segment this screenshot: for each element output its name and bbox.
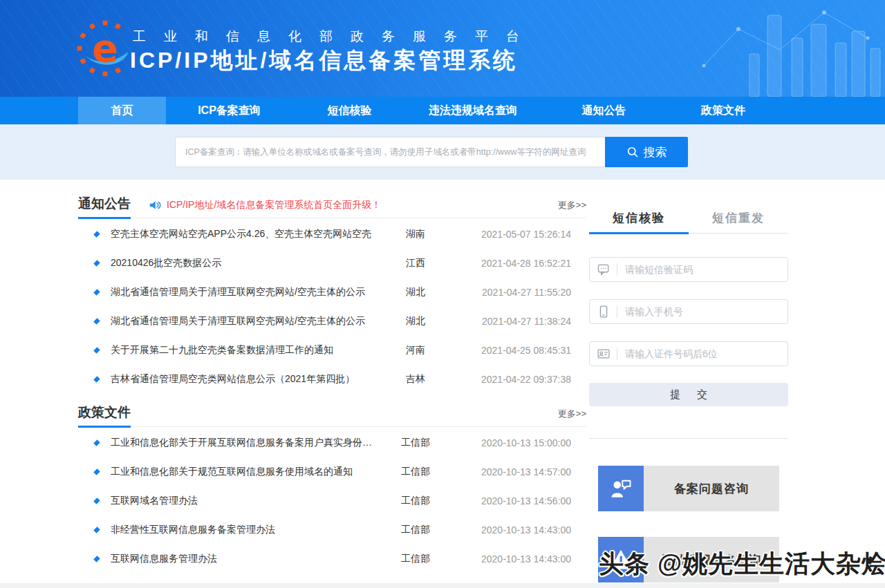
policy-source: 工信部 <box>384 553 447 565</box>
notices-more-link[interactable]: 更多>> <box>558 199 586 218</box>
field-separator <box>617 348 617 360</box>
policy-list-item[interactable]: 互联网信息服务管理办法 工信部 2020-10-13 14:43:00 <box>78 544 586 573</box>
page: e 工业和信息化部政务服务平台 ICP/IP地址/域名信息备案管理系统 首页 I… <box>0 0 885 588</box>
policy-list-item[interactable]: 非经营性互联网信息服务备案管理办法 工信部 2020-10-13 14:43:0… <box>78 515 586 544</box>
nav-item-home[interactable]: 首页 <box>78 97 166 124</box>
search-band: 搜索 <box>0 124 885 180</box>
right-column: 短信核验 短信重发 <box>589 195 788 582</box>
policy-list-item[interactable]: 工业和信息化部关于规范互联网信息服务使用域名的通知 工信部 2020-10-13… <box>78 457 586 486</box>
filing-consult-label[interactable]: 备案问题咨询 <box>644 466 779 511</box>
notice-list-item[interactable]: 20210426批空壳数据公示 江西 2021-04-28 16:52:21 <box>78 249 586 278</box>
notice-title[interactable]: 空壳主体空壳网站空壳APP公示4.26、空壳主体空壳网站空壳 <box>111 228 384 240</box>
notice-region: 湖北 <box>384 286 447 298</box>
policy-title[interactable]: 互联网域名管理办法 <box>111 495 384 507</box>
phone-icon <box>597 305 611 319</box>
sms-code-input[interactable] <box>625 264 781 275</box>
main-nav: 首页 ICP备案查询 短信核验 违法违规域名查询 通知公告 政策文件 <box>0 97 885 124</box>
notices-header: 通知公告 ICP/IP地址/域名信息备案管理系统首页全面升级！ 更多>> <box>78 195 586 218</box>
city-skyline-illustration <box>698 0 885 97</box>
nav-item-icp-query[interactable]: ICP备案查询 <box>166 97 292 124</box>
idcard-field[interactable] <box>589 341 788 366</box>
policy-list-item[interactable]: 互联网域名管理办法 工信部 2020-10-13 14:56:00 <box>78 486 586 515</box>
phone-input[interactable] <box>625 306 781 317</box>
phone-field[interactable] <box>589 299 788 324</box>
notice-list-item[interactable]: 湖北省通信管理局关于清理互联网空壳网站/空壳主体的公示 湖北 2021-04-2… <box>78 307 586 336</box>
notice-date: 2021-04-25 08:45:31 <box>467 345 571 356</box>
toutiao-watermark: 头条 @姚先生生活大杂烩 <box>599 547 885 581</box>
tab-sms-resend[interactable]: 短信重发 <box>689 210 788 233</box>
notices-title: 通知公告 <box>78 195 131 219</box>
announcement-text[interactable]: ICP/IP地址/域名信息备案管理系统首页全面升级！ <box>167 199 381 211</box>
tab-sms-verify[interactable]: 短信核验 <box>589 210 689 234</box>
idcard-input[interactable] <box>625 348 781 359</box>
policy-title[interactable]: 工业和信息化部关于规范互联网信息服务使用域名的通知 <box>111 466 384 478</box>
notices-section: 通知公告 ICP/IP地址/域名信息备案管理系统首页全面升级！ 更多>> <box>78 195 586 394</box>
site-header: e 工业和信息化部政务服务平台 ICP/IP地址/域名信息备案管理系统 <box>0 0 885 97</box>
policy-date: 2020-10-13 14:56:00 <box>467 495 571 506</box>
policy-title[interactable]: 互联网信息服务管理办法 <box>111 553 384 565</box>
filing-consult-banner[interactable]: 备案问题咨询 <box>598 466 779 511</box>
notice-date: 2021-04-22 09:37:38 <box>467 374 571 385</box>
nav-item-sms-verify[interactable]: 短信核验 <box>292 97 407 124</box>
miit-logo: e <box>76 19 134 77</box>
diamond-bullet-icon <box>93 439 100 446</box>
nav-item-policies[interactable]: 政策文件 <box>669 97 778 124</box>
main-content: 通知公告 ICP/IP地址/域名信息备案管理系统首页全面升级！ 更多>> <box>0 180 885 582</box>
diamond-bullet-icon <box>93 497 100 504</box>
notice-region: 江西 <box>384 257 447 269</box>
policy-title[interactable]: 工业和信息化部关于开展互联网信息服务备案用户真实身份信息电 <box>111 437 384 449</box>
policy-source: 工信部 <box>384 495 447 507</box>
platform-title: 工业和信息化部政务服务平台 <box>133 28 537 46</box>
divider <box>589 438 788 439</box>
notice-list-item[interactable]: 吉林省通信管理局空壳类网站信息公示（2021年第四批） 吉林 2021-04-2… <box>78 365 586 394</box>
diamond-bullet-icon <box>93 527 100 533</box>
policy-title[interactable]: 非经营性互联网信息服务备案管理办法 <box>111 524 384 536</box>
notice-title[interactable]: 关于开展第二十九批空壳类备案数据清理工作的通知 <box>111 344 384 357</box>
diamond-bullet-icon <box>93 468 100 475</box>
notice-title[interactable]: 湖北省通信管理局关于清理互联网空壳网站/空壳主体的公示 <box>111 286 384 298</box>
field-separator <box>617 263 617 276</box>
notice-list-item[interactable]: 关于开展第二十九批空壳类备案数据清理工作的通知 河南 2021-04-25 08… <box>78 336 586 365</box>
footer-strip <box>0 583 885 588</box>
sms-code-field[interactable] <box>589 257 788 282</box>
diamond-bullet-icon <box>93 318 100 325</box>
notice-date: 2021-05-07 15:26:14 <box>467 229 571 240</box>
sms-tabs: 短信核验 短信重发 <box>589 210 788 234</box>
notice-title[interactable]: 吉林省通信管理局空壳类网站信息公示（2021年第四批） <box>111 373 384 386</box>
sms-code-icon <box>597 263 611 276</box>
notice-date: 2021-04-27 11:38:24 <box>467 316 571 327</box>
system-title: ICP/IP地址/域名信息备案管理系统 <box>130 46 518 76</box>
diamond-bullet-icon <box>93 260 100 267</box>
idcard-icon <box>597 347 611 361</box>
consult-icon <box>598 466 644 511</box>
submit-button[interactable]: 提 交 <box>589 383 788 406</box>
policy-source: 工信部 <box>384 437 447 449</box>
nav-item-illegal-domain-query[interactable]: 违法违规域名查询 <box>407 97 539 124</box>
svg-text:e: e <box>92 26 118 70</box>
notice-title[interactable]: 湖北省通信管理局关于清理互联网空壳网站/空壳主体的公示 <box>111 315 384 328</box>
icp-search-input[interactable] <box>175 137 605 167</box>
policy-list-item[interactable]: 工业和信息化部关于开展互联网信息服务备案用户真实身份信息电 工信部 2020-1… <box>78 428 586 457</box>
announcement[interactable]: ICP/IP地址/域名信息备案管理系统首页全面升级！ <box>149 199 381 218</box>
field-separator <box>617 305 617 318</box>
notice-list: 空壳主体空壳网站空壳APP公示4.26、空壳主体空壳网站空壳 湖南 2021-0… <box>78 218 586 394</box>
policy-date: 2020-10-13 15:00:00 <box>467 437 571 448</box>
notice-title[interactable]: 20210426批空壳数据公示 <box>111 257 384 269</box>
policy-date: 2020-10-13 14:43:00 <box>467 553 571 565</box>
nav-item-notices[interactable]: 通知公告 <box>539 97 669 124</box>
diamond-bullet-icon <box>93 556 100 562</box>
policy-source: 工信部 <box>384 466 447 478</box>
policies-more-link[interactable]: 更多>> <box>558 408 586 426</box>
diamond-bullet-icon <box>93 289 100 296</box>
notice-date: 2021-04-28 16:52:21 <box>467 258 571 269</box>
policies-header: 政策文件 更多>> <box>78 404 586 427</box>
policy-list: 工业和信息化部关于开展互联网信息服务备案用户真实身份信息电 工信部 2020-1… <box>78 427 586 573</box>
left-column: 通知公告 ICP/IP地址/域名信息备案管理系统首页全面升级！ 更多>> <box>78 195 586 582</box>
policy-source: 工信部 <box>384 524 447 536</box>
search-button[interactable]: 搜索 <box>605 137 688 167</box>
notice-region: 湖北 <box>384 315 447 328</box>
notice-list-item[interactable]: 空壳主体空壳网站空壳APP公示4.26、空壳主体空壳网站空壳 湖南 2021-0… <box>78 220 586 249</box>
notice-list-item[interactable]: 湖北省通信管理局关于清理互联网空壳网站/空壳主体的公示 湖北 2021-04-2… <box>78 278 586 307</box>
diamond-bullet-icon <box>93 347 100 354</box>
policies-title: 政策文件 <box>78 404 131 428</box>
